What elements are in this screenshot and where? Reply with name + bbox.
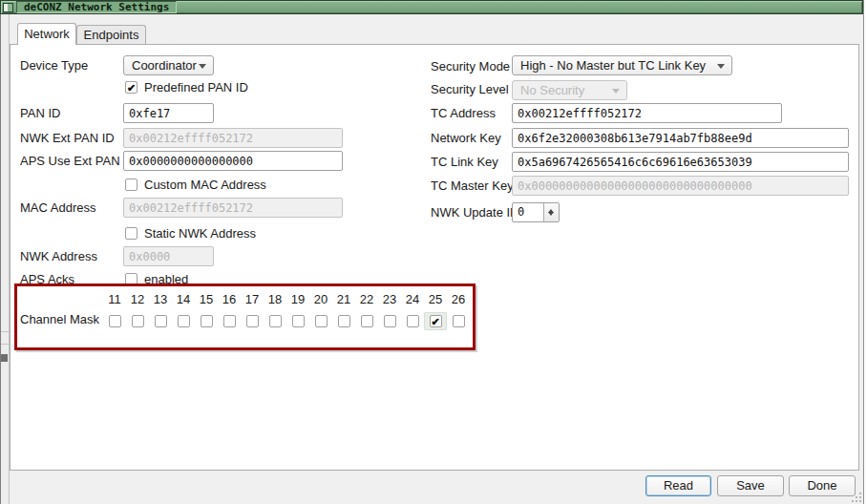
channel-column: 16 bbox=[218, 291, 241, 330]
channel-column: 26 bbox=[447, 291, 470, 330]
channel-26-checkbox[interactable] bbox=[453, 315, 465, 327]
channel-number-label: 26 bbox=[447, 291, 470, 307]
tc-link-key-label: TC Link Key bbox=[431, 155, 498, 170]
channel-column: 11 bbox=[103, 291, 126, 330]
channel-number-label: 19 bbox=[286, 291, 309, 307]
window-titlebar: deCONZ Network Settings bbox=[0, 0, 863, 14]
custom-mac-address-checkbox[interactable] bbox=[125, 178, 137, 191]
window-title: deCONZ Network Settings bbox=[16, 1, 177, 13]
tc-address-input[interactable] bbox=[512, 103, 782, 123]
channel-14-checkbox[interactable] bbox=[178, 315, 190, 327]
read-button[interactable]: Read bbox=[645, 475, 711, 496]
network-key-input[interactable] bbox=[512, 128, 849, 148]
nwk-address-input bbox=[123, 246, 214, 266]
channel-checkbox-wrap bbox=[401, 312, 424, 330]
tc-link-key-input[interactable] bbox=[512, 152, 849, 172]
channel-number-label: 17 bbox=[241, 291, 264, 307]
nwk-update-id-label: NWK Update ID bbox=[431, 205, 518, 220]
predefined-pan-id-label: Predefined PAN ID bbox=[144, 80, 248, 94]
tc-address-label: TC Address bbox=[431, 106, 496, 121]
static-nwk-address-row: Static NWK Address bbox=[125, 226, 256, 241]
done-button[interactable]: Done bbox=[789, 475, 856, 496]
channel-checkbox-wrap bbox=[447, 312, 470, 330]
spin-buttons bbox=[543, 203, 559, 221]
channel-column: 15 bbox=[195, 291, 218, 330]
channel-checkbox-wrap bbox=[103, 312, 126, 330]
aps-acks-checkbox[interactable] bbox=[125, 273, 137, 285]
channel-23-checkbox[interactable] bbox=[384, 315, 396, 327]
channel-number-label: 22 bbox=[355, 291, 378, 307]
channel-19-checkbox[interactable] bbox=[292, 315, 305, 327]
channel-11-checkbox[interactable] bbox=[109, 315, 121, 327]
tab-endpoints[interactable]: Endpoints bbox=[76, 25, 146, 45]
channel-checkbox-wrap bbox=[241, 312, 264, 330]
mac-address-label: MAC Address bbox=[20, 200, 95, 216]
static-nwk-address-checkbox[interactable] bbox=[125, 227, 137, 240]
pan-id-input[interactable] bbox=[123, 103, 214, 123]
aps-acks-row: enabled bbox=[125, 272, 188, 286]
security-mode-select[interactable]: High - No Master but TC Link Key bbox=[512, 55, 732, 75]
channel-number-label: 13 bbox=[149, 291, 172, 307]
channel-17-checkbox[interactable] bbox=[246, 315, 259, 327]
tab-network[interactable]: Network bbox=[17, 23, 76, 45]
network-settings-dialog: deCONZ Network Settings Network Endpoint… bbox=[0, 0, 864, 504]
channel-13-checkbox[interactable] bbox=[155, 315, 167, 327]
channel-checkbox-wrap bbox=[309, 312, 332, 330]
channel-22-checkbox[interactable] bbox=[361, 315, 373, 327]
channel-21-checkbox[interactable] bbox=[338, 315, 350, 327]
channel-18-checkbox[interactable] bbox=[269, 315, 282, 327]
aps-use-ext-pan-id-input[interactable] bbox=[123, 151, 343, 171]
resize-grip[interactable] bbox=[852, 493, 861, 502]
custom-mac-address-label: Custom MAC Address bbox=[144, 178, 266, 192]
security-mode-label: Security Mode bbox=[431, 59, 510, 74]
channel-column: 21 bbox=[332, 291, 355, 330]
channel-checkbox-wrap bbox=[195, 312, 218, 330]
channel-number-label: 23 bbox=[378, 291, 401, 307]
channel-checkbox-wrap bbox=[378, 312, 401, 330]
channel-number-label: 15 bbox=[195, 291, 218, 307]
channel-number-label: 24 bbox=[401, 291, 424, 307]
channel-column: 18 bbox=[264, 291, 286, 330]
predefined-pan-id-row: ✔Predefined PAN ID bbox=[125, 80, 248, 94]
divider bbox=[1, 331, 9, 332]
save-button[interactable]: Save bbox=[717, 475, 784, 496]
pan-id-label: PAN ID bbox=[20, 106, 60, 121]
divider bbox=[1, 344, 9, 345]
nwk-update-id-value: 0 bbox=[518, 205, 524, 219]
network-tab-page: Device Type Coordinator ✔Predefined PAN … bbox=[10, 44, 859, 471]
channel-12-checkbox[interactable] bbox=[132, 315, 144, 327]
channel-number-label: 21 bbox=[332, 291, 355, 307]
predefined-pan-id-checkbox[interactable]: ✔ bbox=[125, 81, 137, 94]
channel-number-label: 20 bbox=[309, 291, 332, 307]
channel-number-label: 12 bbox=[126, 291, 149, 307]
device-type-select[interactable]: Coordinator bbox=[123, 55, 214, 75]
security-level-value: No Security bbox=[520, 83, 584, 97]
channel-number-label: 14 bbox=[172, 291, 195, 307]
channel-20-checkbox[interactable] bbox=[315, 315, 328, 327]
channel-column: 17 bbox=[241, 291, 264, 330]
channel-column: 19 bbox=[286, 291, 309, 330]
device-type-value: Coordinator bbox=[132, 58, 197, 73]
nwk-ext-pan-id-label: NWK Ext PAN ID bbox=[20, 131, 115, 146]
channel-24-checkbox[interactable] bbox=[407, 315, 419, 327]
channel-checkbox-wrap bbox=[172, 312, 195, 330]
spin-down-icon[interactable] bbox=[548, 212, 554, 219]
channel-column: 22 bbox=[355, 291, 378, 330]
channel-mask-label: Channel Mask bbox=[20, 312, 99, 327]
nwk-ext-pan-id-input bbox=[123, 128, 343, 148]
channel-25-checkbox[interactable]: ✔ bbox=[430, 315, 442, 327]
device-type-label: Device Type bbox=[20, 58, 88, 74]
channel-number-label: 16 bbox=[218, 291, 241, 307]
channel-checkbox-wrap bbox=[355, 312, 378, 330]
mac-address-input bbox=[123, 198, 343, 218]
static-nwk-address-label: Static NWK Address bbox=[144, 226, 256, 241]
security-level-select: No Security bbox=[512, 80, 627, 100]
channel-checkbox-wrap bbox=[264, 312, 286, 330]
channel-checkbox-wrap bbox=[286, 312, 309, 330]
channel-16-checkbox[interactable] bbox=[223, 315, 236, 327]
channel-column: 12 bbox=[126, 291, 149, 330]
tc-master-key-label: TC Master Key bbox=[431, 178, 514, 194]
window-menu-button[interactable] bbox=[3, 3, 13, 12]
channel-15-checkbox[interactable] bbox=[201, 315, 213, 327]
nwk-update-id-stepper[interactable]: 0 bbox=[512, 202, 560, 222]
